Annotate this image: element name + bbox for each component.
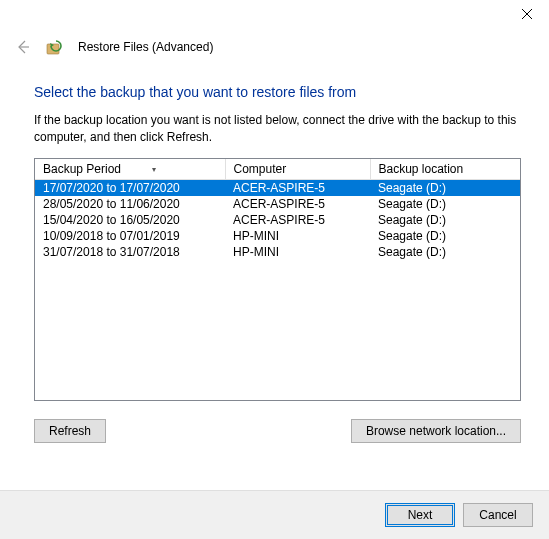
content-area: Select the backup that you want to resto… [0, 64, 549, 451]
close-icon [522, 9, 532, 19]
cell-location: Seagate (D:) [370, 179, 520, 196]
cell-location: Seagate (D:) [370, 196, 520, 212]
back-arrow-icon [15, 39, 31, 55]
close-button[interactable] [504, 0, 549, 28]
cell-computer: ACER-ASPIRE-5 [225, 179, 370, 196]
table-row[interactable]: 10/09/2018 to 07/01/2019HP-MINISeagate (… [35, 228, 520, 244]
next-button[interactable]: Next [385, 503, 455, 527]
column-header-period-label: Backup Period [43, 162, 121, 176]
window-title: Restore Files (Advanced) [78, 40, 213, 54]
cell-location: Seagate (D:) [370, 244, 520, 260]
column-header-computer-label: Computer [234, 162, 287, 176]
page-heading: Select the backup that you want to resto… [34, 84, 521, 100]
cell-location: Seagate (D:) [370, 212, 520, 228]
cell-period: 10/09/2018 to 07/01/2019 [35, 228, 225, 244]
footer-bar: Next Cancel [0, 490, 549, 539]
table-row[interactable]: 28/05/2020 to 11/06/2020ACER-ASPIRE-5Sea… [35, 196, 520, 212]
table-row[interactable]: 15/04/2020 to 16/05/2020ACER-ASPIRE-5Sea… [35, 212, 520, 228]
cell-period: 31/07/2018 to 31/07/2018 [35, 244, 225, 260]
cell-computer: HP-MINI [225, 228, 370, 244]
cell-computer: ACER-ASPIRE-5 [225, 212, 370, 228]
titlebar [0, 0, 549, 32]
cell-period: 17/07/2020 to 17/07/2020 [35, 179, 225, 196]
sort-descending-icon: ▾ [152, 165, 156, 174]
action-row: Refresh Browse network location... [34, 419, 521, 443]
description-text: If the backup location you want is not l… [34, 112, 521, 146]
cell-location: Seagate (D:) [370, 228, 520, 244]
cell-period: 15/04/2020 to 16/05/2020 [35, 212, 225, 228]
browse-network-button[interactable]: Browse network location... [351, 419, 521, 443]
cancel-button[interactable]: Cancel [463, 503, 533, 527]
table-row[interactable]: 31/07/2018 to 31/07/2018HP-MINISeagate (… [35, 244, 520, 260]
column-header-period[interactable]: Backup Period ▾ [35, 159, 225, 180]
table-row[interactable]: 17/07/2020 to 17/07/2020ACER-ASPIRE-5Sea… [35, 179, 520, 196]
cell-computer: ACER-ASPIRE-5 [225, 196, 370, 212]
cell-computer: HP-MINI [225, 244, 370, 260]
restore-files-icon [46, 38, 64, 56]
column-header-location[interactable]: Backup location [370, 159, 520, 180]
column-header-computer[interactable]: Computer [225, 159, 370, 180]
column-header-location-label: Backup location [379, 162, 464, 176]
refresh-button[interactable]: Refresh [34, 419, 106, 443]
cell-period: 28/05/2020 to 11/06/2020 [35, 196, 225, 212]
backup-list[interactable]: Backup Period ▾ Computer Backup location… [34, 158, 521, 401]
backup-table: Backup Period ▾ Computer Backup location… [35, 159, 520, 260]
header-bar: Restore Files (Advanced) [0, 32, 549, 64]
back-button[interactable] [14, 38, 32, 56]
